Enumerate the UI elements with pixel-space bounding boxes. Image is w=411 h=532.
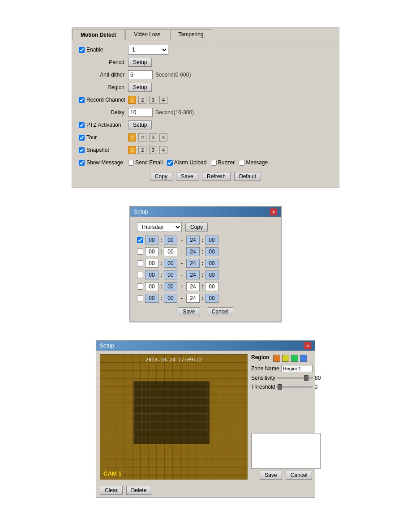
ptz-setup-button[interactable]: Setup	[128, 120, 152, 129]
alarm-upload-checkbox[interactable]	[167, 160, 173, 166]
snap-ch4-btn[interactable]: 4	[159, 146, 167, 154]
period-2-to-m[interactable]	[205, 247, 218, 256]
channel-2-btn[interactable]: 2	[138, 96, 146, 104]
tab-tampering[interactable]: Tampering	[170, 29, 212, 40]
snapshot-checkbox[interactable]	[79, 147, 85, 153]
period-6-checkbox[interactable]	[137, 295, 143, 301]
period-4-from-m[interactable]	[164, 270, 177, 279]
threshold-value: 0	[314, 384, 317, 390]
tour-label-wrap: Tour	[79, 134, 128, 141]
period-save-button[interactable]: Save	[178, 307, 200, 316]
period-5-to-m[interactable]	[205, 282, 218, 291]
region-notes-textarea[interactable]	[251, 433, 321, 469]
default-button[interactable]: Default	[234, 172, 261, 181]
zone-name-input[interactable]	[281, 365, 313, 372]
anti-dither-input[interactable]	[128, 70, 153, 79]
period-3-checkbox[interactable]	[137, 260, 143, 266]
period-5-checkbox[interactable]	[137, 283, 143, 290]
region-dialog-close-button[interactable]: ✕	[304, 342, 311, 349]
period-6-from-m[interactable]	[164, 294, 177, 303]
camera-label: CAM 1	[103, 470, 121, 477]
show-message-checkbox[interactable]	[79, 160, 85, 166]
period-cancel-button[interactable]: Cancel	[207, 307, 233, 316]
show-message-label: Show Message	[86, 159, 123, 166]
delete-button[interactable]: Delete	[126, 486, 152, 495]
tour-ch2-btn[interactable]: 2	[138, 133, 146, 142]
region-save-button[interactable]: Save	[260, 471, 282, 480]
period-2-from-h[interactable]	[145, 247, 158, 256]
tour-checkbox[interactable]	[79, 135, 85, 141]
message-checkbox[interactable]	[239, 160, 244, 166]
sensitivity-slider-track	[277, 377, 313, 379]
snapshot-label: Snapshot	[86, 147, 109, 153]
period-3-to-m[interactable]	[205, 259, 218, 268]
period-5-from-h[interactable]	[145, 282, 158, 291]
color-btn-green[interactable]	[291, 355, 298, 362]
snap-ch3-btn[interactable]: 3	[149, 146, 157, 154]
period-6-to-m[interactable]	[205, 294, 218, 303]
region-cancel-button[interactable]: Cancel	[286, 471, 312, 480]
period-4-to-m[interactable]	[205, 270, 218, 279]
period-4-from-h[interactable]	[145, 270, 158, 279]
period-setup-button[interactable]: Setup	[128, 58, 152, 67]
channel-1-btn[interactable]: 1	[128, 96, 136, 104]
tab-video-loss[interactable]: Video Loss	[125, 29, 169, 40]
period-3-from-h[interactable]	[145, 259, 158, 268]
channel-3-btn[interactable]: 3	[149, 96, 157, 104]
period-3-to-h[interactable]	[186, 259, 200, 268]
region-dialog-title-bar: Setup ✕	[96, 341, 315, 351]
period-1-to-m[interactable]	[205, 236, 218, 245]
region-header-row: Region	[251, 354, 321, 362]
period-1-checkbox[interactable]	[137, 237, 143, 243]
message-label: Message	[246, 159, 268, 166]
period-4-to-h[interactable]	[186, 270, 200, 279]
ptz-checkbox[interactable]	[79, 122, 85, 128]
save-button[interactable]: Save	[176, 172, 198, 181]
snap-ch2-btn[interactable]: 2	[138, 146, 146, 154]
tour-ch1-btn[interactable]: 1	[128, 133, 136, 142]
tour-ch3-btn[interactable]: 3	[149, 133, 157, 142]
camera-timestamp: 2013-10-24 17:09:22	[146, 357, 202, 363]
record-channel-row: Record Channel 1 2 3 4	[79, 95, 332, 105]
period-2-checkbox[interactable]	[137, 249, 143, 255]
snap-ch1-btn[interactable]: 1	[128, 146, 136, 154]
day-select[interactable]: Thursday	[137, 222, 182, 232]
buzzer-checkbox[interactable]	[211, 160, 217, 166]
tab-motion-detect[interactable]: Motion Detect	[72, 30, 124, 40]
zone-name-label: Zone Name	[251, 365, 279, 372]
sensitivity-slider-thumb[interactable]	[304, 375, 308, 381]
motion-region[interactable]	[133, 381, 210, 444]
period-5-from-m[interactable]	[164, 282, 177, 291]
enable-checkbox[interactable]	[79, 47, 85, 53]
period-1-to-h[interactable]	[186, 236, 200, 245]
period-5-to-h[interactable]	[186, 282, 200, 291]
period-dialog-close-button[interactable]: ✕	[270, 208, 277, 215]
color-btn-blue[interactable]	[300, 355, 307, 362]
region-setup-button[interactable]: Setup	[128, 83, 152, 92]
clear-button[interactable]: Clear	[100, 486, 123, 495]
period-copy-button[interactable]: Copy	[185, 223, 208, 232]
refresh-button[interactable]: Refresh	[202, 172, 231, 181]
period-6-from-h[interactable]	[145, 294, 158, 303]
color-btn-yellow[interactable]	[282, 355, 289, 362]
copy-button[interactable]: Copy	[150, 172, 172, 181]
channel-dropdown[interactable]: 1	[128, 45, 168, 55]
channel-4-btn[interactable]: 4	[159, 96, 167, 104]
period-1-from-h[interactable]	[145, 236, 158, 245]
color-btn-orange[interactable]	[273, 355, 280, 362]
delay-input[interactable]	[128, 108, 153, 117]
threshold-slider-thumb[interactable]	[278, 384, 282, 390]
tour-ch4-btn[interactable]: 4	[159, 133, 167, 142]
period-4-checkbox[interactable]	[137, 272, 143, 278]
period-3-from-m[interactable]	[164, 259, 177, 268]
region-color-buttons	[273, 355, 307, 362]
ptz-row: PTZ Activation Setup	[79, 120, 332, 130]
period-2-from-m[interactable]	[164, 247, 177, 256]
send-email-checkbox[interactable]	[128, 160, 134, 166]
anti-dither-hint: Second(0-600)	[155, 72, 191, 78]
period-2-to-h[interactable]	[186, 247, 200, 256]
period-6-to-h[interactable]	[186, 294, 200, 303]
region-bottom-buttons: Clear Delete	[96, 483, 315, 498]
period-1-from-m[interactable]	[164, 236, 177, 245]
record-channel-checkbox[interactable]	[79, 97, 85, 103]
